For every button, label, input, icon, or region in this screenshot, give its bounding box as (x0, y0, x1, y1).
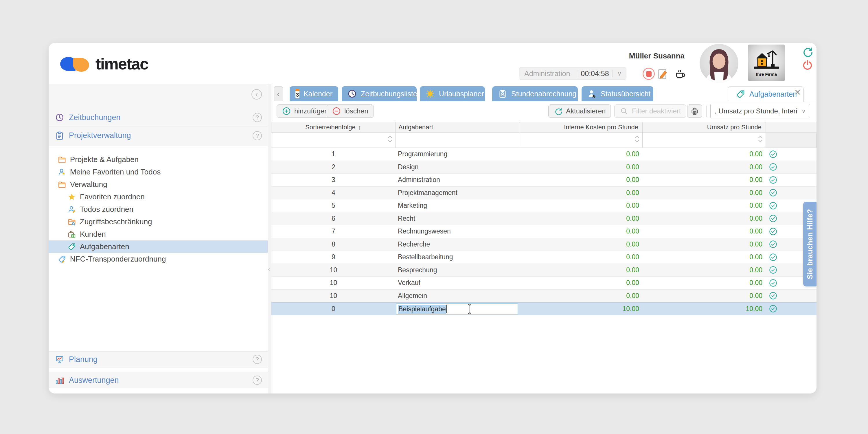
person-star-icon (57, 168, 66, 177)
tab-statusuebersicht[interactable]: Statusübersicht (582, 86, 653, 101)
edit-note-button[interactable] (656, 67, 669, 81)
cell-status (766, 150, 816, 159)
cell-task-type: Besprechung (396, 264, 519, 277)
table-row[interactable]: 2 Design 0.00 0.00 (271, 161, 816, 174)
tree-item-meine-favoriten[interactable]: Meine Favoriten und Todos (49, 166, 268, 178)
print-button[interactable] (687, 104, 702, 118)
table-row[interactable]: 10 Besprechung 0.00 0.00 (271, 264, 816, 277)
tab-aufgabenarten-active[interactable]: Aufgabenarten × (728, 86, 804, 102)
refresh-button[interactable]: Aktualisieren (548, 104, 611, 118)
logout-button[interactable] (802, 60, 813, 71)
table-row[interactable]: 1 Programmierung 0.00 0.00 (271, 148, 816, 161)
delete-button[interactable]: löschen (327, 104, 374, 118)
tree-item-todos-zuordnen[interactable]: Todos zuordnen (49, 203, 268, 216)
tree-item-kunden[interactable]: Kunden (49, 228, 268, 241)
coffee-cup-icon (674, 67, 687, 81)
cell-task-type: Administration (396, 174, 519, 186)
cell-internal-cost: 10.00 (519, 305, 643, 313)
tree-item-favoriten-zuordnen[interactable]: Favoriten zuordnen (49, 191, 268, 203)
task-type-edit-input[interactable]: Beispielaufgabe (396, 303, 518, 315)
sidebar-top-panel: ‹ Zeitbuchungen ? (49, 84, 268, 146)
table-header: Sortierreihenfolge ↑ Aufgabenart Interne… (271, 122, 816, 133)
splitter-chevron-left-icon: ‹ (268, 266, 270, 273)
break-button[interactable] (674, 67, 687, 81)
company-logo[interactable]: Ihre Firma (748, 44, 785, 81)
tab-scroll-left-button[interactable]: ‹ (274, 86, 283, 101)
tab-kalender[interactable]: 3 Kalender (290, 86, 338, 101)
calendar-icon: 3 (296, 89, 300, 98)
columns-select[interactable]: , Umsatz pro Stunde, Interi ∨ (710, 104, 810, 118)
sidebar-splitter[interactable]: ‹ (268, 84, 271, 394)
sidebar-item-auswertungen[interactable]: Auswertungen ? (49, 372, 268, 388)
tree-item-projekte-aufgaben[interactable]: Projekte & Aufgaben (49, 153, 268, 166)
number-spinner[interactable] (388, 136, 392, 142)
column-header-umsatz[interactable]: Umsatz pro Stunde (643, 122, 766, 132)
ibeam-cursor-icon (467, 304, 472, 314)
sidebar-item-zeitbuchungen[interactable]: Zeitbuchungen ? (49, 109, 268, 126)
tree-item-nfc-transponderzuordnung[interactable]: NFC-Transponderzuordnung (49, 253, 268, 265)
table-row[interactable]: 3 Administration 0.00 0.00 (271, 174, 816, 187)
filter-input-name[interactable] (396, 133, 519, 148)
tab-zeitbuchungsliste[interactable]: Zeitbuchungsliste (342, 86, 416, 101)
refresh-icon (802, 46, 813, 57)
table-row[interactable]: 7 Rechnungswesen 0.00 0.00 (271, 225, 816, 238)
table-row[interactable]: 8 Recherche 0.00 0.00 (271, 238, 816, 251)
stop-timer-button[interactable] (643, 68, 655, 80)
cell-sort-order: 7 (271, 227, 396, 235)
filter-input-cost[interactable] (519, 133, 643, 148)
sidebar-item-planung[interactable]: Planung ? (49, 351, 268, 368)
cell-task-type: Bestellbearbeitung (396, 251, 519, 264)
tree-item-aufgabenarten[interactable]: Aufgabenarten (49, 241, 268, 253)
sidebar-item-label: Auswertungen (69, 376, 119, 385)
help-tab-label: Sie brauchen Hilfe? (806, 209, 814, 279)
sidebar-item-projektverwaltung[interactable]: Projektverwaltung ? (49, 127, 268, 144)
timer-chevron-down-icon[interactable]: ∨ (613, 70, 626, 77)
column-header-aufgabenart[interactable]: Aufgabenart (396, 122, 519, 132)
cell-revenue: 0.00 (643, 241, 766, 248)
sidebar-tree: Projekte & Aufgaben Meine Favoriten und … (49, 153, 268, 265)
toolbar: hinzufügen löschen Aktualisieren (271, 101, 816, 122)
help-icon[interactable]: ? (253, 355, 262, 364)
sidebar: ‹ Zeitbuchungen ? (49, 84, 268, 394)
tab-urlaubsplaner[interactable]: Urlaubsplaner (420, 86, 485, 101)
table-row[interactable]: 0 Beispielaufgabe 10.00 10.00 (271, 302, 816, 315)
cell-revenue: 0.00 (643, 292, 766, 300)
cell-status (766, 291, 816, 300)
tree-item-zugriffsbeschraenkung[interactable]: Zugriffsbeschränkung (49, 216, 268, 228)
sort-ascending-icon: ↑ (358, 123, 361, 131)
text-caret (446, 305, 447, 313)
filter-input-revenue[interactable] (643, 133, 766, 148)
timer-widget[interactable]: Administration 00:04:58 ∨ (519, 67, 626, 80)
user-avatar[interactable] (700, 44, 738, 83)
tree-item-label: Projekte & Aufgaben (70, 155, 138, 164)
table-row[interactable]: 10 Allgemein 0.00 0.00 (271, 290, 816, 303)
selected-text: Beispielaufgabe (398, 305, 446, 314)
help-icon[interactable]: ? (253, 113, 262, 122)
tab-label: Zeitbuchungsliste (361, 90, 417, 98)
tab-stundenabrechnung[interactable]: Stundenabrechnung (492, 86, 578, 101)
table-row[interactable]: 9 Bestellbearbeitung 0.00 0.00 (271, 251, 816, 264)
table-row[interactable]: 5 Marketing 0.00 0.00 (271, 199, 816, 212)
help-icon[interactable]: ? (253, 131, 262, 140)
tab-close-icon[interactable]: × (795, 87, 801, 97)
column-header-sortierreihenfolge[interactable]: Sortierreihenfolge ↑ (271, 122, 396, 132)
help-tab[interactable]: Sie brauchen Hilfe? (803, 202, 816, 286)
cell-sort-order: 3 (271, 176, 396, 184)
table-row[interactable]: 4 Projektmanagement 0.00 0.00 (271, 187, 816, 199)
number-spinner[interactable] (758, 136, 763, 142)
cell-sort-order: 4 (271, 189, 396, 197)
table-row[interactable]: 6 Recht 0.00 0.00 (271, 212, 816, 225)
sidebar-collapse-button[interactable]: ‹ (251, 89, 262, 99)
column-header-interne-kosten[interactable]: Interne Kosten pro Stunde (519, 122, 643, 132)
filter-button[interactable]: Filter deaktiviert (614, 104, 686, 118)
filter-input-sort[interactable] (271, 133, 396, 148)
reload-app-button[interactable] (802, 46, 813, 57)
table-row[interactable]: 10 Verkauf 0.00 0.00 (271, 277, 816, 290)
cell-sort-order: 1 (271, 150, 396, 158)
tree-item-verwaltung[interactable]: Verwaltung (49, 178, 268, 191)
check-circle-icon (769, 176, 777, 184)
number-spinner[interactable] (635, 136, 640, 142)
delete-button-label: löschen (344, 107, 368, 115)
add-button[interactable]: hinzufügen (277, 104, 334, 118)
help-icon[interactable]: ? (253, 376, 262, 385)
